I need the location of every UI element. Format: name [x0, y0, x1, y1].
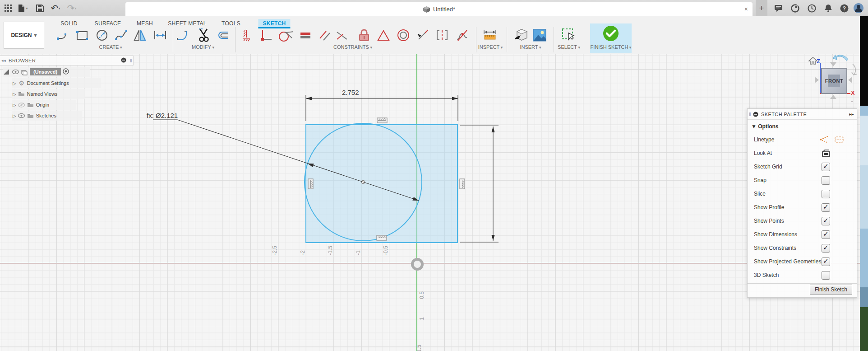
centerline-linetype-icon[interactable]	[834, 136, 844, 145]
job-status-icon[interactable]	[789, 2, 801, 14]
constraint-curvature-icon[interactable]	[453, 26, 471, 44]
select-tool-icon[interactable]	[560, 26, 578, 44]
construction-linetype-icon[interactable]	[819, 136, 829, 145]
document-tab[interactable]: Untitled* ×	[125, 2, 753, 16]
save-icon[interactable]	[34, 3, 45, 14]
show-projected-geometries-checkbox[interactable]: ✓	[822, 257, 830, 266]
constraint-collinear-icon[interactable]	[414, 26, 432, 44]
minimize-panel-icon[interactable]	[753, 112, 758, 117]
visibility-off-eye-icon[interactable]	[18, 101, 25, 108]
viewcube-arrow-up[interactable]	[830, 62, 836, 66]
notifications-bell-icon[interactable]	[822, 2, 834, 14]
palette-header[interactable]: ‖ SKETCH PALETTE ▸▸	[748, 109, 857, 120]
group-label-finish-sketch[interactable]: FINISH SKETCH	[591, 44, 632, 50]
browser-row-origin[interactable]: ▷ Origin	[12, 100, 76, 110]
expand-arrow-icon[interactable]: ▷	[13, 92, 16, 97]
height-dimension[interactable]	[460, 125, 499, 242]
home-view-icon[interactable]	[808, 57, 817, 66]
browser-row-named-views[interactable]: ▷ Named Views	[12, 89, 85, 99]
measure-tool-icon[interactable]	[481, 26, 499, 44]
group-label-create[interactable]: CREATE	[99, 44, 122, 50]
look-at-icon[interactable]	[822, 149, 831, 159]
expand-arrow-icon[interactable]: ▷	[13, 113, 16, 118]
origin-point[interactable]	[411, 258, 424, 271]
sketch-grid-checkbox[interactable]: ✓	[822, 163, 830, 171]
constraint-glyph-right[interactable]	[460, 179, 465, 189]
width-dimension[interactable]	[306, 95, 458, 121]
slice-checkbox[interactable]: ✓	[822, 190, 830, 198]
offset-tool-icon[interactable]	[214, 26, 232, 44]
viewcube-menu-chevron[interactable]: ⌄	[850, 98, 854, 103]
line-tool-icon[interactable]	[54, 26, 72, 44]
viewcube[interactable]: Z X FRONT ⌄	[806, 53, 859, 104]
browser-row-sketches[interactable]: ▷ Sketches	[12, 111, 82, 121]
group-label-constraints[interactable]: CONSTRAINTS	[333, 44, 372, 50]
collapse-panel-icon[interactable]: ◂◂	[1, 58, 6, 63]
feedback-icon[interactable]	[772, 2, 784, 14]
constraint-glyph-left[interactable]	[308, 179, 313, 189]
workspace-selector[interactable]: DESIGN	[4, 22, 44, 49]
sketch-dimension-tool-icon[interactable]	[151, 26, 169, 44]
show-points-checkbox[interactable]: ✓	[822, 217, 830, 225]
sketch-rectangle[interactable]	[306, 125, 457, 243]
snap-checkbox[interactable]: ✓	[822, 176, 830, 185]
constraint-perpendicular-icon[interactable]	[333, 26, 351, 44]
3d-sketch-checkbox[interactable]: ✓	[822, 271, 830, 280]
new-tab-button[interactable]: +	[756, 0, 767, 16]
options-section-header[interactable]: ▼ Options	[748, 120, 857, 132]
root-document-label[interactable]: (Unsaved)	[30, 68, 61, 75]
history-clock-icon[interactable]	[806, 2, 817, 14]
finish-sketch-button[interactable]: Finish Sketch	[810, 285, 852, 295]
expand-triangle-icon[interactable]	[3, 68, 10, 75]
fillet-tool-icon[interactable]	[174, 26, 192, 44]
viewcube-arrow-down[interactable]	[830, 95, 836, 99]
file-menu-icon[interactable]: ▾	[15, 3, 31, 14]
insert-mesh-icon[interactable]	[512, 26, 531, 44]
constraint-glyph-bottom[interactable]	[377, 235, 387, 240]
panel-drag-handle[interactable]: ‖	[749, 112, 751, 117]
group-label-insert[interactable]: INSERT	[520, 44, 541, 50]
viewcube-arrow-left[interactable]	[815, 77, 819, 83]
circle-tool-icon[interactable]	[93, 26, 111, 44]
visibility-eye-icon[interactable]	[18, 112, 25, 119]
diameter-dimension-value[interactable]: fx: Ø2.121	[147, 112, 178, 119]
expand-arrow-icon[interactable]: ▷	[13, 81, 16, 86]
activate-radio-icon[interactable]	[63, 68, 69, 75]
constraint-glyph-top[interactable]	[377, 118, 387, 123]
viewcube-front-face[interactable]: FRONT	[821, 68, 847, 94]
group-label-select[interactable]: SELECT	[558, 44, 580, 50]
browser-row-root[interactable]: (Unsaved)	[3, 67, 90, 77]
browser-row-document-settings[interactable]: ▷ ⚙ Document Settings	[12, 78, 101, 88]
help-icon[interactable]: ?	[838, 2, 850, 14]
minimize-panel-icon[interactable]	[121, 57, 126, 64]
show-constraints-checkbox[interactable]: ✓	[822, 244, 830, 253]
app-grid-icon[interactable]	[3, 3, 14, 14]
visibility-eye-icon[interactable]	[12, 68, 19, 75]
constraint-coincident-icon[interactable]	[257, 26, 275, 44]
close-tab-icon[interactable]: ×	[744, 5, 748, 13]
viewcube-arrow-right[interactable]	[848, 77, 852, 83]
user-avatar[interactable]	[853, 2, 864, 14]
browser-header[interactable]: ◂◂ BROWSER ‖	[0, 56, 134, 66]
width-dimension-value[interactable]: 2.752	[342, 89, 359, 96]
constraint-tangent-icon[interactable]	[277, 26, 295, 44]
trim-tool-icon[interactable]	[194, 26, 212, 44]
rectangle-tool-icon[interactable]	[73, 26, 91, 44]
group-label-modify[interactable]: MODIFY	[192, 44, 214, 50]
panel-resize-handle[interactable]: ‖	[130, 58, 132, 63]
show-profile-checkbox[interactable]: ✓	[822, 203, 830, 212]
constraint-horizontal-vertical-icon[interactable]	[237, 26, 255, 44]
constraint-midpoint-icon[interactable]	[374, 26, 392, 44]
show-dimensions-checkbox[interactable]: ✓	[822, 230, 830, 239]
expand-panel-icon[interactable]: ▸▸	[849, 112, 854, 117]
orbit-undo-arrow-icon[interactable]	[833, 53, 849, 63]
constraint-concentric-icon[interactable]	[394, 26, 412, 44]
group-label-inspect[interactable]: INSPECT	[478, 44, 503, 50]
constraint-parallel-icon[interactable]	[316, 26, 334, 44]
mirror-tool-icon[interactable]	[131, 26, 149, 44]
undo-icon[interactable]: ↶▾	[48, 3, 63, 14]
constraint-fix-lock-icon[interactable]	[355, 26, 373, 44]
constraint-symmetry-icon[interactable]	[433, 26, 451, 44]
finish-sketch-check-icon[interactable]	[602, 24, 620, 42]
expand-arrow-icon[interactable]: ▷	[13, 103, 16, 108]
